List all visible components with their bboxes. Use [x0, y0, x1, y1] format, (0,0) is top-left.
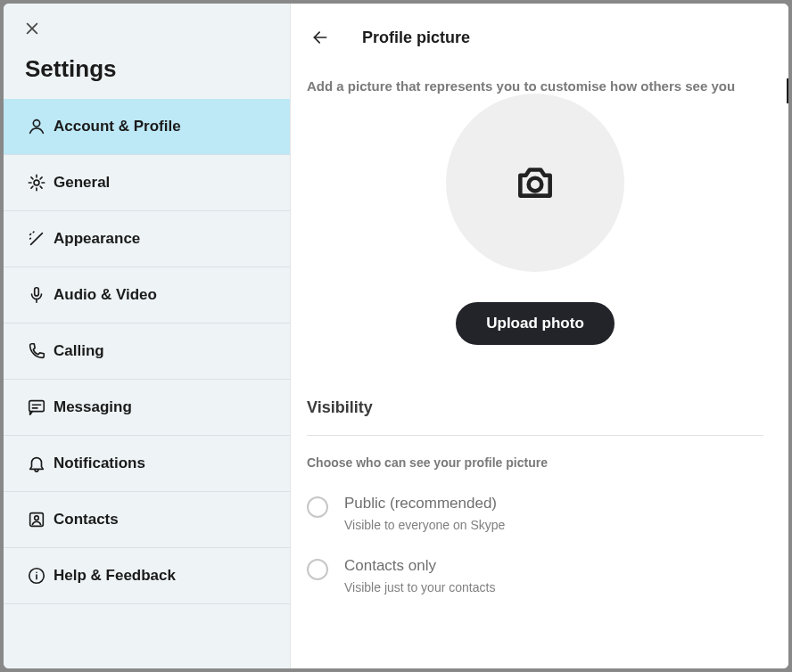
radio-label: Contacts only	[344, 557, 495, 575]
sidebar-item-account-profile[interactable]: Account & Profile	[4, 99, 290, 155]
mic-icon	[20, 285, 54, 305]
sidebar-item-label: Contacts	[54, 511, 119, 529]
radio-description: Visible just to your contacts	[344, 580, 495, 594]
settings-menu: Account & Profile General Appearance Aud…	[4, 99, 290, 604]
sidebar-item-contacts[interactable]: Contacts	[4, 492, 290, 548]
person-icon	[20, 117, 54, 136]
radio-texts: Contacts only Visible just to your conta…	[344, 557, 495, 594]
svg-rect-3	[29, 401, 45, 412]
page-subtitle: Add a picture that represents you to cus…	[307, 78, 763, 94]
radio-icon[interactable]	[307, 496, 328, 518]
sidebar-item-help-feedback[interactable]: Help & Feedback	[4, 548, 290, 604]
visibility-option-public[interactable]: Public (recommended) Visible to everyone…	[307, 495, 763, 532]
avatar-block: Upload photo	[307, 94, 763, 345]
avatar-placeholder[interactable]	[446, 94, 624, 272]
message-icon	[20, 397, 54, 417]
svg-point-1	[34, 180, 39, 185]
close-row	[4, 4, 290, 48]
settings-dialog: Settings Account & Profile General Appea…	[4, 4, 788, 668]
gear-icon	[20, 173, 54, 193]
settings-sidebar: Settings Account & Profile General Appea…	[4, 4, 291, 668]
sidebar-item-appearance[interactable]: Appearance	[4, 211, 290, 267]
visibility-heading: Visibility	[307, 398, 763, 417]
radio-icon[interactable]	[307, 559, 328, 580]
svg-point-7	[529, 178, 542, 192]
sidebar-item-audio-video[interactable]: Audio & Video	[4, 267, 290, 324]
sidebar-item-label: Audio & Video	[54, 286, 157, 304]
radio-texts: Public (recommended) Visible to everyone…	[344, 495, 505, 532]
visibility-description: Choose who can see your profile picture	[307, 455, 763, 470]
phone-icon	[20, 341, 54, 361]
sidebar-item-messaging[interactable]: Messaging	[4, 380, 290, 436]
settings-content: Profile picture Add a picture that repre…	[291, 4, 788, 668]
radio-description: Visible to everyone on Skype	[344, 518, 505, 532]
sidebar-item-label: Messaging	[54, 398, 132, 416]
settings-title: Settings	[4, 48, 290, 99]
upload-photo-button[interactable]: Upload photo	[456, 302, 615, 345]
sidebar-item-label: Notifications	[54, 455, 145, 472]
sidebar-item-general[interactable]: General	[4, 155, 290, 211]
radio-label: Public (recommended)	[344, 495, 505, 512]
sidebar-item-calling[interactable]: Calling	[4, 324, 290, 380]
sidebar-item-label: Help & Feedback	[54, 567, 176, 585]
wand-icon	[20, 229, 54, 249]
bell-icon	[20, 454, 54, 473]
svg-rect-2	[35, 288, 39, 296]
page-title: Profile picture	[362, 29, 470, 47]
sidebar-item-label: Account & Profile	[54, 118, 181, 135]
close-icon[interactable]	[23, 20, 41, 37]
divider	[307, 435, 763, 436]
visibility-option-contacts[interactable]: Contacts only Visible just to your conta…	[307, 557, 763, 594]
camera-icon	[510, 160, 560, 205]
contact-icon	[20, 510, 54, 529]
sidebar-item-label: Calling	[54, 342, 104, 360]
svg-point-0	[33, 120, 39, 127]
scrollbar-fragment	[787, 78, 788, 103]
sidebar-item-notifications[interactable]: Notifications	[4, 436, 290, 492]
svg-point-5	[35, 516, 39, 520]
info-icon	[20, 566, 54, 586]
back-icon[interactable]	[310, 29, 330, 46]
sidebar-item-label: Appearance	[54, 230, 140, 248]
sidebar-item-label: General	[54, 174, 110, 192]
content-header: Profile picture	[307, 20, 763, 55]
